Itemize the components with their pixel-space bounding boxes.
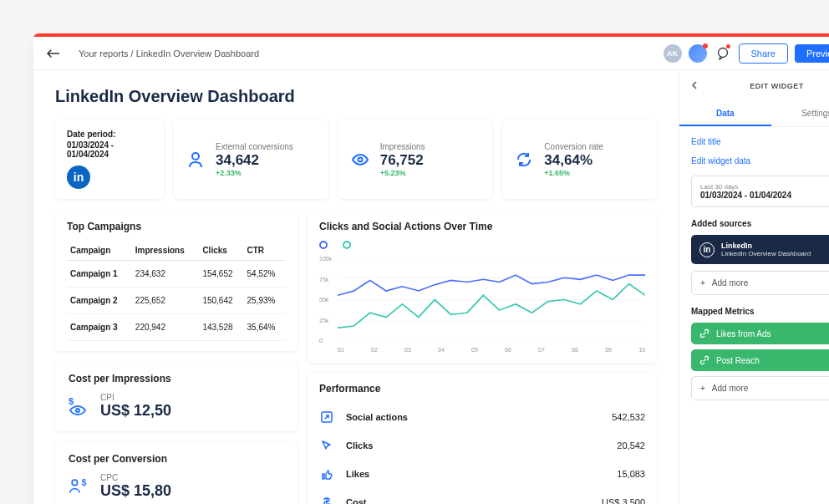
legend-series-b [343, 241, 351, 249]
sidebar-back-button[interactable] [691, 79, 703, 94]
link-icon [699, 355, 709, 365]
cpc-label: CPC [100, 473, 171, 482]
kpi-value: 76,752 [380, 152, 425, 169]
linkedin-small-icon: in [699, 242, 715, 257]
tab-data[interactable]: Data [679, 102, 771, 126]
date-range-selector[interactable]: Last 30 days 01/03/2024 - 01/04/2024 [691, 176, 829, 207]
performance-row: Clicks20,542 [319, 431, 645, 460]
link-icon [699, 328, 709, 339]
table-row: Campaign 1234,632154,65254,52% [67, 261, 286, 288]
source-linkedin[interactable]: in LinkedIn LinkedIn Overview Dashboard [691, 235, 829, 264]
table-row: Campaign 3220,942143,52835,64% [67, 314, 286, 341]
date-period-card: Date period: 01/03/2024 - 01/04/2024 in [55, 120, 164, 199]
date-label: Date period: [67, 130, 152, 139]
plus-icon: + [700, 278, 705, 288]
performance-row: CostUS$ 3,500 [319, 488, 645, 504]
share-button[interactable]: Share [739, 43, 788, 64]
perf-icon [319, 495, 334, 504]
edit-widget-data-link[interactable]: Edit widget data▾ [691, 156, 829, 165]
cost-per-impressions-card: Cost per Impressions $ CPI US$ 12,50 [55, 361, 298, 431]
performance-title: Performance [319, 383, 645, 395]
breadcrumb[interactable]: Your reports / LinkedIn Overview Dashboa… [79, 48, 259, 59]
table-header: Campaign [67, 241, 132, 261]
main-content: LinkedIn Overview Dashboard Date period:… [33, 70, 679, 504]
metric-chip[interactable]: Likes from Ads [691, 323, 829, 344]
page-title: LinkedIn Overview Dashboard [55, 87, 657, 106]
performance-row: Likes15,083 [319, 460, 645, 488]
perf-icon [319, 466, 334, 481]
cpi-title: Cost per Impressions [69, 373, 284, 384]
avatar-user2[interactable] [689, 44, 707, 63]
perf-icon [319, 410, 334, 425]
cpi-icon: $ [69, 396, 89, 416]
svg-text:$: $ [69, 396, 74, 406]
svg-point-2 [358, 157, 362, 161]
kpi-conversion-rate: Conversion rate 34,64% +1.65% [502, 120, 657, 199]
cpi-value: US$ 12,50 [100, 402, 171, 420]
sidebar-title: EDIT WIDGET [703, 82, 829, 90]
perf-icon [319, 438, 334, 453]
eye-icon [350, 150, 370, 170]
chart-card: Clicks and Social Actions Over Time 100k… [308, 211, 657, 363]
date-range: 01/03/2024 - 01/04/2024 [67, 140, 152, 159]
perf-value: 542,532 [612, 412, 645, 422]
cpc-value: US$ 15,80 [100, 482, 171, 500]
back-button[interactable] [45, 46, 60, 61]
kpi-value: 34,64% [544, 152, 603, 169]
perf-value: US$ 3,500 [602, 497, 645, 504]
chat-icon[interactable] [714, 44, 732, 63]
table-header: CTR [244, 241, 286, 261]
kpi-label: Conversion rate [544, 142, 603, 151]
performance-card: Performance Social actions542,532Clicks2… [308, 373, 657, 504]
add-source-button[interactable]: +Add more [691, 271, 829, 295]
edit-widget-sidebar: EDIT WIDGET Data Settings Edit title› Ed… [679, 70, 829, 504]
svg-point-1 [192, 153, 199, 160]
app-window: Your reports / LinkedIn Overview Dashboa… [33, 33, 829, 504]
chart-area: 100k75k50k25k0 [319, 256, 645, 344]
kpi-external-conversions: External conversions 34,642 +2.33% [174, 120, 328, 199]
refresh-icon [514, 150, 534, 170]
kpi-delta: +1.65% [544, 169, 603, 177]
kpi-label: External conversions [216, 142, 293, 151]
campaigns-title: Top Campaigns [67, 221, 286, 232]
kpi-delta: +5.23% [380, 169, 425, 177]
chart-title: Clicks and Social Actions Over Time [319, 221, 645, 232]
perf-name: Clicks [346, 440, 617, 451]
topbar: Your reports / LinkedIn Overview Dashboa… [33, 37, 829, 70]
perf-value: 20,542 [617, 440, 645, 451]
cpc-icon: $ [69, 476, 89, 496]
source-name: LinkedIn [721, 242, 811, 250]
svg-point-4 [76, 409, 79, 412]
add-metric-button[interactable]: +Add more [691, 376, 829, 400]
top-campaigns-card: Top Campaigns CampaignImpressionsClicksC… [55, 211, 298, 351]
kpi-delta: +2.33% [216, 169, 293, 177]
table-header: Impressions [132, 241, 200, 261]
linkedin-icon: in [67, 165, 90, 189]
preview-button[interactable]: Preview [795, 44, 829, 63]
campaigns-table: CampaignImpressionsClicksCTR Campaign 12… [67, 241, 286, 341]
kpi-label: Impressions [380, 142, 425, 151]
date-range-value: 01/03/2024 - 01/04/2024 [700, 191, 791, 200]
edit-title-link[interactable]: Edit title› [691, 137, 829, 146]
perf-name: Social actions [346, 412, 612, 422]
perf-name: Likes [346, 469, 617, 479]
mapped-metrics-label: Mapped Metrics [691, 307, 829, 316]
cpc-title: Cost per Conversion [69, 453, 284, 465]
perf-name: Cost [346, 497, 602, 504]
svg-point-5 [72, 480, 77, 485]
svg-text:$: $ [82, 478, 87, 487]
table-header: Clicks [199, 241, 243, 261]
source-subtitle: LinkedIn Overview Dashboard [721, 250, 811, 257]
cost-per-conversion-card: Cost per Conversion $ CPC US$ 15,80 [55, 441, 298, 504]
tab-settings[interactable]: Settings [771, 102, 830, 126]
performance-row: Social actions542,532 [319, 403, 645, 431]
person-icon [186, 150, 206, 170]
kpi-impressions: Impressions 76,752 +5.23% [338, 120, 493, 199]
perf-value: 15,083 [617, 469, 645, 479]
kpi-value: 34,642 [216, 152, 293, 169]
avatar-user1[interactable]: AK [664, 44, 682, 63]
date-preset-label: Last 30 days [700, 183, 791, 191]
cpi-label: CPI [100, 393, 171, 402]
metric-chip[interactable]: Post Reach [691, 349, 829, 371]
plus-icon: + [700, 384, 705, 393]
